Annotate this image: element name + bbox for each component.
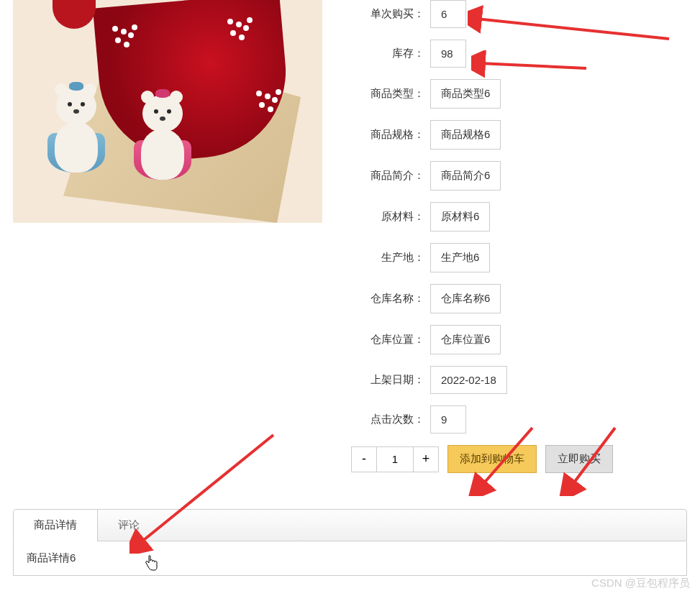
- field-value-warehouse-loc: 仓库位置6: [430, 325, 501, 354]
- field-value-listed-date: 2022-02-18: [430, 366, 507, 394]
- add-to-cart-button[interactable]: 添加到购物车: [447, 445, 537, 473]
- field-label-warehouse-name: 仓库名称：: [351, 292, 430, 306]
- qty-input[interactable]: [377, 446, 413, 472]
- buy-now-button[interactable]: 立即购买: [545, 445, 613, 473]
- field-value-single-purchase: 6: [430, 0, 466, 28]
- tab-product-detail[interactable]: 商品详情: [14, 510, 98, 541]
- field-value-intro: 商品简介6: [430, 161, 501, 191]
- field-value-origin: 生产地6: [430, 243, 490, 272]
- field-label-listed-date: 上架日期：: [351, 373, 430, 387]
- tab-content-detail: 商品详情6: [13, 541, 687, 576]
- tabs-bar: 商品详情 评论: [13, 509, 687, 541]
- field-value-spec: 商品规格6: [430, 120, 501, 150]
- field-label-warehouse-loc: 仓库位置：: [351, 333, 430, 347]
- field-value-stock: 98: [430, 40, 466, 68]
- field-value-material: 原材料6: [430, 202, 490, 231]
- field-label-spec: 商品规格：: [351, 128, 430, 142]
- field-label-intro: 商品简介：: [351, 169, 430, 183]
- tab-reviews[interactable]: 评论: [98, 510, 160, 541]
- field-label-type: 商品类型：: [351, 87, 430, 101]
- qty-minus-button[interactable]: -: [351, 446, 377, 472]
- product-image: [13, 0, 322, 223]
- product-fields: 单次购买： 6 库存： 98 商品类型： 商品类型6 商品规格： 商品规格6 商…: [322, 0, 687, 473]
- field-label-origin: 生产地：: [351, 251, 430, 265]
- field-label-single-purchase: 单次购买：: [351, 7, 430, 21]
- field-value-type: 商品类型6: [430, 79, 501, 109]
- field-value-warehouse-name: 仓库名称6: [430, 284, 501, 313]
- field-label-stock: 库存：: [351, 47, 430, 60]
- field-label-material: 原材料：: [351, 210, 430, 224]
- qty-plus-button[interactable]: +: [413, 446, 439, 472]
- field-label-clicks: 点击次数：: [351, 413, 430, 426]
- field-value-clicks: 9: [430, 405, 466, 434]
- quantity-stepper: - +: [351, 446, 439, 472]
